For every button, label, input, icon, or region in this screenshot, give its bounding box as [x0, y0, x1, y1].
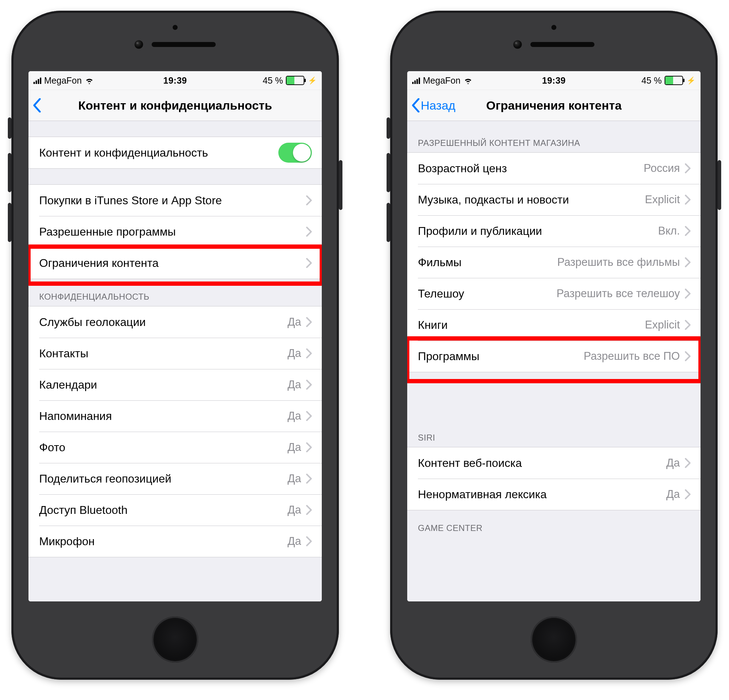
- page-title: Контент и конфиденциальность: [29, 99, 322, 112]
- microphone-cell[interactable]: Микрофон Да: [29, 526, 322, 557]
- chevron-right-icon: [306, 536, 312, 546]
- charging-icon: ⚡: [687, 76, 696, 85]
- cell-label: Фото: [39, 441, 65, 454]
- bluetooth-cell[interactable]: Доступ Bluetooth Да: [29, 494, 322, 526]
- explicit-language-cell[interactable]: Ненормативная лексика Да: [407, 479, 700, 510]
- content-group: Покупки в iTunes Store и App Store Разре…: [29, 184, 322, 279]
- cell-label: Поделиться геопозицией: [39, 472, 171, 485]
- cell-value: Да: [288, 378, 301, 391]
- earpiece: [530, 42, 594, 47]
- battery-percent: 45 %: [263, 76, 283, 86]
- allowed-apps-cell[interactable]: Разрешенные программы: [29, 216, 322, 247]
- mute-switch: [8, 118, 12, 139]
- cell-label: Профили и публикации: [418, 225, 542, 238]
- cell-label: Микрофон: [39, 535, 95, 548]
- chevron-right-icon: [306, 442, 312, 452]
- web-search-content-cell[interactable]: Контент веб-поиска Да: [407, 447, 700, 479]
- carrier-label: MegaFon: [423, 76, 460, 86]
- proximity-sensor: [173, 25, 178, 30]
- home-button[interactable]: [531, 616, 577, 663]
- photos-cell[interactable]: Фото Да: [29, 432, 322, 463]
- cell-label: Ограничения контента: [39, 257, 159, 270]
- tv-shows-cell[interactable]: Телешоу Разрешить все телешоу: [407, 278, 700, 309]
- music-podcasts-cell[interactable]: Музыка, подкасты и новости Explicit: [407, 184, 700, 215]
- cell-value: Explicit: [645, 193, 680, 206]
- status-bar: MegaFon 19:39 45 % ⚡: [29, 71, 322, 90]
- wifi-icon: [85, 77, 94, 84]
- cell-value: Да: [288, 316, 301, 328]
- volume-down: [8, 203, 12, 242]
- books-cell[interactable]: Книги Explicit: [407, 309, 700, 341]
- chevron-right-icon: [685, 163, 691, 173]
- cell-label: Возрастной ценз: [418, 162, 507, 175]
- chevron-right-icon: [306, 258, 312, 268]
- share-location-cell[interactable]: Поделиться геопозицией Да: [29, 463, 322, 494]
- chevron-right-icon: [685, 289, 691, 299]
- calendars-cell[interactable]: Календари Да: [29, 369, 322, 400]
- nav-bar: Назад Ограничения контента: [407, 90, 700, 121]
- store-section-header: РАЗРЕШЕННЫЙ КОНТЕНТ МАГАЗИНА: [407, 121, 700, 152]
- cell-value: Да: [667, 457, 680, 469]
- cell-value: Разрешить все телешоу: [556, 287, 680, 300]
- cell-label: Календари: [39, 378, 97, 391]
- chevron-right-icon: [306, 349, 312, 358]
- back-button[interactable]: [33, 98, 42, 112]
- charging-icon: ⚡: [308, 76, 317, 85]
- chevron-right-icon: [685, 226, 691, 236]
- content-restrictions-cell[interactable]: Ограничения контента: [29, 247, 322, 279]
- apps-cell[interactable]: Программы Разрешить все ПО: [407, 341, 700, 372]
- cell-label: Покупки в iTunes Store и App Store: [39, 194, 222, 207]
- reminders-cell[interactable]: Напоминания Да: [29, 400, 322, 432]
- chevron-right-icon: [306, 380, 312, 390]
- contacts-cell[interactable]: Контакты Да: [29, 338, 322, 369]
- cell-label: Книги: [418, 318, 448, 332]
- cell-label: Доступ Bluetooth: [39, 504, 128, 517]
- chevron-right-icon: [685, 195, 691, 205]
- status-bar: MegaFon 19:39 45 % ⚡: [407, 71, 700, 90]
- cell-value: Да: [288, 347, 301, 360]
- chevron-left-icon: [33, 98, 41, 112]
- back-button[interactable]: Назад: [411, 98, 455, 112]
- location-services-cell[interactable]: Службы геолокации Да: [29, 306, 322, 338]
- siri-section-header: SIRI: [407, 372, 700, 447]
- proximity-sensor: [551, 25, 556, 30]
- carrier-label: MegaFon: [44, 76, 82, 86]
- wifi-icon: [463, 77, 473, 84]
- chevron-right-icon: [306, 411, 312, 421]
- chevron-left-icon: [411, 98, 420, 112]
- chevron-right-icon: [685, 489, 691, 499]
- chevron-right-icon: [306, 227, 312, 237]
- profiles-posts-cell[interactable]: Профили и публикации Вкл.: [407, 215, 700, 247]
- cell-value: Да: [288, 441, 301, 454]
- movies-cell[interactable]: Фильмы Разрешить все фильмы: [407, 247, 700, 278]
- chevron-right-icon: [685, 351, 691, 361]
- cell-label: Контент и конфиденциальность: [39, 146, 208, 160]
- game-center-section-header: GAME CENTER: [407, 510, 700, 537]
- toggle-switch[interactable]: [278, 143, 312, 163]
- chevron-right-icon: [685, 257, 691, 267]
- store-content-group: Возрастной ценз Россия Музыка, подкасты …: [407, 152, 700, 372]
- cell-label: Телешоу: [418, 287, 464, 301]
- screen-right: MegaFon 19:39 45 % ⚡ Назад: [407, 71, 700, 601]
- cell-value: Да: [288, 410, 301, 423]
- volume-up: [386, 153, 390, 192]
- cell-value: Да: [667, 488, 680, 501]
- home-button[interactable]: [152, 616, 198, 663]
- chevron-right-icon: [685, 320, 691, 330]
- chevron-right-icon: [306, 505, 312, 515]
- cellular-signal-icon: [412, 77, 420, 84]
- privacy-section-header: КОНФИДЕНЦИАЛЬНОСТЬ: [29, 279, 322, 306]
- front-camera: [513, 40, 522, 49]
- cell-value: Вкл.: [658, 225, 680, 237]
- cell-label: Контакты: [39, 347, 88, 360]
- chevron-right-icon: [306, 317, 312, 327]
- toggle-group: Контент и конфиденциальность: [29, 137, 322, 169]
- phone-left: MegaFon 19:39 45 % ⚡: [12, 11, 339, 680]
- content-privacy-toggle-cell[interactable]: Контент и конфиденциальность: [29, 137, 322, 168]
- battery-percent: 45 %: [642, 76, 662, 86]
- itunes-purchases-cell[interactable]: Покупки в iTunes Store и App Store: [29, 185, 322, 216]
- privacy-group: Службы геолокации Да Контакты Да Календа…: [29, 306, 322, 557]
- cellular-signal-icon: [33, 77, 41, 84]
- front-camera: [135, 40, 143, 49]
- ratings-for-cell[interactable]: Возрастной ценз Россия: [407, 152, 700, 184]
